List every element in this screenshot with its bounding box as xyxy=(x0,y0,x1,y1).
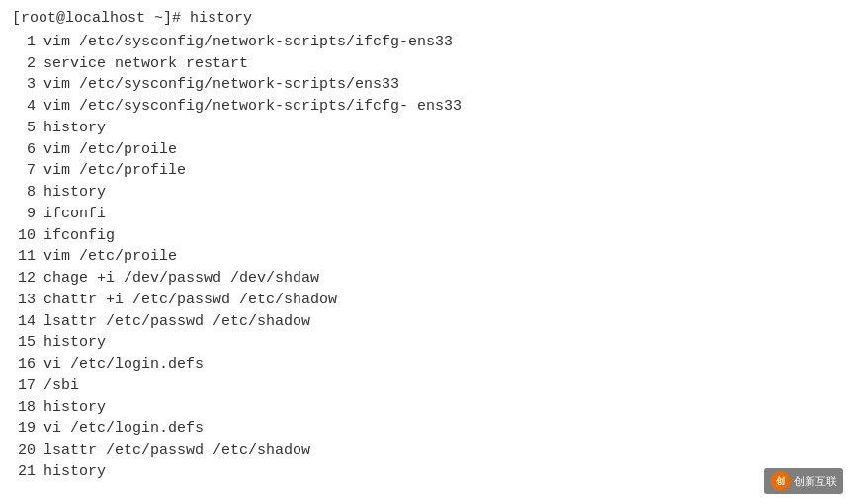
line-command: vim /etc/proile xyxy=(43,246,177,268)
table-row: 21history xyxy=(12,462,841,483)
line-number: 15 xyxy=(12,332,43,354)
watermark: 创 创新互联 xyxy=(764,468,843,494)
line-command: vim /etc/sysconfig/network-scripts/ifcfg… xyxy=(43,96,462,118)
line-command: /sbi xyxy=(43,376,79,397)
line-number: 16 xyxy=(12,354,43,376)
line-command: lsattr /etc/passwd /etc/shadow xyxy=(43,311,310,333)
line-number: 10 xyxy=(12,225,43,247)
line-number: 21 xyxy=(12,462,43,483)
table-row: 1vim /etc/sysconfig/network-scripts/ifcf… xyxy=(12,32,841,53)
line-command: history xyxy=(43,118,106,139)
table-row: 13chattr +i /etc/passwd /etc/shadow xyxy=(12,290,841,311)
line-number: 14 xyxy=(12,311,43,333)
line-number: 8 xyxy=(12,182,43,204)
table-row: 5history xyxy=(12,118,841,139)
line-command: vim /etc/sysconfig/network-scripts/ifcfg… xyxy=(43,32,453,53)
watermark-text: 创新互联 xyxy=(794,474,837,489)
prompt-line: [root@localhost ~]# history xyxy=(12,8,841,30)
table-row: 11vim /etc/proile xyxy=(12,246,841,268)
line-command: vim /etc/profile xyxy=(43,160,186,182)
table-row: 19vi /etc/login.defs xyxy=(12,418,841,440)
line-number: 6 xyxy=(12,139,43,161)
line-number: 17 xyxy=(12,376,43,397)
table-row: 12chage +i /dev/passwd /dev/shdaw xyxy=(12,268,841,290)
line-number: 20 xyxy=(12,440,43,462)
line-command: history xyxy=(43,397,106,419)
line-number: 5 xyxy=(12,118,43,139)
table-row: 7vim /etc/profile xyxy=(12,160,841,182)
line-command: lsattr /etc/passwd /etc/shadow xyxy=(43,440,310,462)
table-row: 4vim /etc/sysconfig/network-scripts/ifcf… xyxy=(12,96,841,118)
line-command: history xyxy=(43,182,106,204)
line-number: 13 xyxy=(12,290,43,311)
line-command: chattr +i /etc/passwd /etc/shadow xyxy=(43,290,337,311)
line-command: ifconfi xyxy=(43,204,106,225)
line-number: 12 xyxy=(12,268,43,290)
line-number: 7 xyxy=(12,160,43,182)
line-command: vim /etc/sysconfig/network-scripts/ens33 xyxy=(43,74,399,96)
table-row: 9ifconfi xyxy=(12,204,841,225)
table-row: 3vim /etc/sysconfig/network-scripts/ens3… xyxy=(12,74,841,96)
line-command: service network restart xyxy=(43,53,248,75)
table-row: 18history xyxy=(12,397,841,419)
table-row: 20lsattr /etc/passwd /etc/shadow xyxy=(12,440,841,462)
table-row: 14lsattr /etc/passwd /etc/shadow xyxy=(12,311,841,333)
line-number: 4 xyxy=(12,96,43,118)
line-number: 11 xyxy=(12,246,43,268)
line-number: 19 xyxy=(12,418,43,440)
line-number: 1 xyxy=(12,32,43,53)
table-row: 6vim /etc/proile xyxy=(12,139,841,161)
line-command: history xyxy=(43,332,106,354)
line-number: 18 xyxy=(12,397,43,419)
table-row: 8history xyxy=(12,182,841,204)
table-row: 2service network restart xyxy=(12,53,841,75)
table-row: 10ifconfig xyxy=(12,225,841,247)
line-command: vi /etc/login.defs xyxy=(43,418,204,440)
table-row: 17/sbi xyxy=(12,376,841,397)
history-lines-container: 1vim /etc/sysconfig/network-scripts/ifcf… xyxy=(12,32,841,483)
line-number: 9 xyxy=(12,204,43,225)
line-command: history xyxy=(43,462,106,483)
line-command: vi /etc/login.defs xyxy=(43,354,204,376)
line-command: chage +i /dev/passwd /dev/shdaw xyxy=(43,268,319,290)
table-row: 15history xyxy=(12,332,841,354)
table-row: 16vi /etc/login.defs xyxy=(12,354,841,376)
watermark-icon: 创 xyxy=(770,471,790,491)
line-number: 3 xyxy=(12,74,43,96)
line-number: 2 xyxy=(12,53,43,75)
terminal-window: [root@localhost ~]# history 1vim /etc/sy… xyxy=(0,0,853,504)
line-command: ifconfig xyxy=(43,225,115,247)
line-command: vim /etc/proile xyxy=(43,139,177,161)
